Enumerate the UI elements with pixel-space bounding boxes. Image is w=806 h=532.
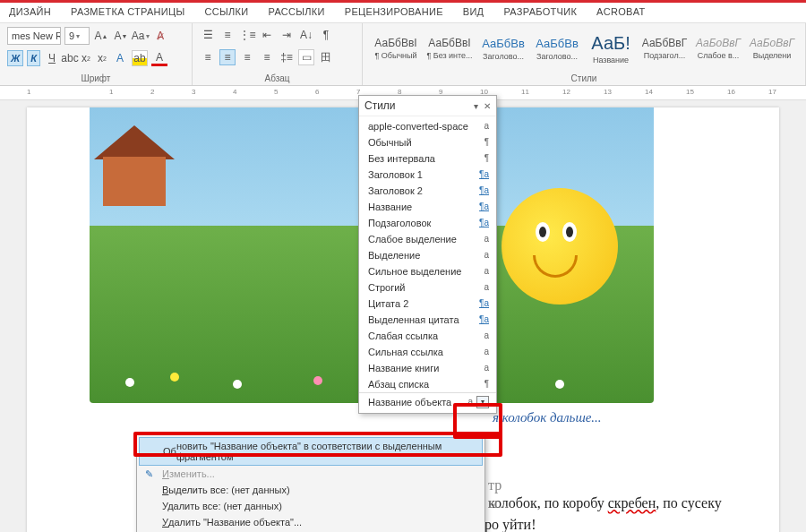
strikethrough-icon[interactable]: abc (64, 50, 76, 66)
ribbon: mes New R▾ 9▾ A▲ A▼ Aa▾ A̷ Ж К Ч abc x2 … (0, 23, 806, 86)
ruler-tick: 13 (604, 88, 612, 96)
ruler-tick: 17 (768, 88, 776, 96)
multilevel-list-icon[interactable]: ⋮≡ (239, 27, 255, 43)
chevron-down-icon: ▾ (76, 32, 80, 40)
styles-pane-item[interactable]: Выделениеa (359, 247, 496, 263)
styles-pane-item-selected[interactable]: Название объектаa▾ (359, 392, 496, 411)
borders-icon[interactable]: 田 (318, 49, 334, 65)
tab-mailings[interactable]: РАССЫЛКИ (269, 6, 325, 17)
italic-button[interactable]: К (27, 50, 40, 66)
tab-references[interactable]: ССЫЛКИ (205, 6, 249, 17)
shading-icon[interactable]: ▭ (298, 49, 314, 65)
shrink-font-icon[interactable]: A▼ (113, 28, 129, 44)
ruler-tick: 6 (315, 88, 319, 96)
sun-face-icon (502, 188, 618, 305)
chevron-down-icon[interactable]: ▾ (476, 396, 489, 408)
styles-pane-item[interactable]: Слабая ссылкаa (359, 328, 496, 344)
justify-icon[interactable]: ≡ (259, 49, 275, 65)
context-menu-item[interactable]: Выделить все: (нет данных) (137, 482, 484, 498)
align-left-icon[interactable]: ≡ (200, 49, 216, 65)
styles-pane-item[interactable]: Без интервала¶ (359, 150, 496, 167)
styles-pane-item[interactable]: apple-converted-spacea (359, 118, 496, 134)
styles-group: АаБбВвІ¶ ОбычныйАаБбВвІ¶ Без инте...АаБб… (363, 23, 806, 85)
styles-pane-item[interactable]: Название¶a (359, 199, 496, 215)
font-group-label: Шрифт (7, 72, 184, 83)
close-icon[interactable]: ✕ (484, 101, 491, 111)
style-gallery-item[interactable]: АаБбВвЗаголово... (477, 27, 529, 70)
superscript-icon[interactable]: x2 (96, 50, 108, 66)
grow-font-icon[interactable]: A▲ (93, 28, 109, 44)
styles-pane-title: Стили ▾ ✕ (359, 96, 496, 116)
highlight-icon[interactable]: ab (132, 50, 148, 66)
tab-page-layout[interactable]: РАЗМЕТКА СТРАНИЦЫ (71, 6, 185, 17)
style-gallery-item[interactable]: АаБбВвЗаголово... (531, 27, 583, 70)
style-gallery-item[interactable]: АаБ!Название (585, 27, 637, 70)
tab-design[interactable]: ДИЗАЙН (9, 6, 51, 17)
tab-review[interactable]: РЕЦЕНЗИРОВАНИЕ (345, 6, 443, 17)
context-menu-item[interactable]: Обновить "Название объекта" в соответств… (139, 437, 483, 466)
ruler-tick: 11 (521, 88, 529, 96)
styles-pane-item[interactable]: Обычный¶ (359, 134, 496, 150)
align-right-icon[interactable]: ≡ (239, 49, 255, 65)
styles-pane-item[interactable]: Слабое выделениеa (359, 231, 496, 247)
clear-formatting-icon[interactable]: A̷ (152, 28, 168, 44)
paragraph-group-label: Абзац (200, 72, 355, 83)
styles-pane-item[interactable]: Абзац списка¶ (359, 376, 496, 392)
line-spacing-icon[interactable]: ‡≡ (279, 49, 295, 65)
style-gallery-item[interactable]: АаБбВвГПодзагол... (639, 27, 690, 70)
font-name-combo[interactable]: mes New R▾ (7, 27, 61, 45)
tab-acrobat[interactable]: ACROBAT (596, 6, 645, 17)
ruler-tick: 12 (562, 88, 570, 96)
ruler-tick: 1 (27, 88, 30, 96)
decrease-indent-icon[interactable]: ⇤ (259, 27, 275, 43)
font-group: mes New R▾ 9▾ A▲ A▼ Aa▾ A̷ Ж К Ч abc x2 … (0, 23, 193, 85)
ribbon-tabs: ДИЗАЙН РАЗМЕТКА СТРАНИЦЫ ССЫЛКИ РАССЫЛКИ… (0, 3, 806, 23)
styles-pane-item[interactable]: Сильное выделениеa (359, 263, 496, 279)
house-roof-icon (94, 125, 175, 159)
subscript-icon[interactable]: x2 (80, 50, 92, 66)
styles-pane-item[interactable]: Название книгиa (359, 360, 496, 376)
context-menu-item[interactable]: Удалить все: (нет данных) (137, 498, 484, 514)
change-case-icon[interactable]: Aa▾ (133, 28, 149, 44)
show-marks-icon[interactable]: ¶ (318, 27, 334, 43)
style-gallery-item[interactable]: АаБбВвІ¶ Обычный (370, 27, 422, 70)
sort-icon[interactable]: A↓ (298, 27, 314, 43)
styles-pane-item[interactable]: Цитата 2¶a (359, 296, 496, 312)
context-menu-item[interactable]: ✎Изменить... (137, 466, 484, 482)
numbering-icon[interactable]: ≡ (219, 27, 236, 43)
ruler-tick: 1 (109, 88, 113, 96)
pane-options-icon[interactable]: ▾ (474, 101, 478, 111)
ruler-tick: 3 (192, 88, 195, 96)
ruler-tick: 15 (686, 88, 694, 96)
styles-group-label: Стили (370, 72, 798, 83)
tab-view[interactable]: ВИД (463, 6, 484, 17)
context-menu-item[interactable]: Удалить "Название объекта"... (137, 514, 484, 530)
styles-pane-item[interactable]: Сильная ссылкаa (359, 344, 496, 360)
style-gallery-item[interactable]: АаБоВвГСлабое в... (692, 27, 744, 70)
style-gallery-item[interactable]: АаБбВвІ¶ Без инте... (424, 27, 476, 70)
styles-list: apple-converted-spaceaОбычный¶Без интерв… (359, 116, 496, 413)
bold-button[interactable]: Ж (7, 50, 23, 66)
align-center-icon[interactable]: ≡ (219, 49, 236, 65)
styles-pane-item[interactable]: Заголовок 1¶a (359, 167, 496, 183)
style-context-menu: Обновить "Название объекта" в соответств… (136, 434, 485, 532)
text-effects-icon[interactable]: A (112, 50, 128, 66)
styles-pane-item[interactable]: Выделенная цитата¶a (359, 312, 496, 328)
font-color-icon[interactable]: A (151, 50, 167, 66)
edit-icon: ✎ (142, 468, 155, 480)
ruler-tick: 4 (233, 88, 236, 96)
house-icon (103, 157, 166, 206)
style-gallery[interactable]: АаБбВвІ¶ ОбычныйАаБбВвІ¶ Без инте...АаБб… (370, 27, 798, 70)
ruler-tick: 16 (727, 88, 735, 96)
underline-button[interactable]: Ч (44, 50, 60, 66)
ruler-tick: 14 (645, 88, 653, 96)
styles-pane-item[interactable]: Подзаголовок¶a (359, 215, 496, 231)
style-gallery-item[interactable]: АаБоВвГВыделени (746, 27, 798, 70)
styles-pane-item[interactable]: Строгийa (359, 279, 496, 296)
bullets-icon[interactable]: ☰ (200, 27, 216, 43)
font-size-combo[interactable]: 9▾ (64, 27, 90, 45)
increase-indent-icon[interactable]: ⇥ (279, 27, 295, 43)
ruler-tick: 5 (274, 88, 278, 96)
styles-pane-item[interactable]: Заголовок 2¶a (359, 183, 496, 199)
tab-developer[interactable]: РАЗРАБОТЧИК (503, 6, 577, 17)
